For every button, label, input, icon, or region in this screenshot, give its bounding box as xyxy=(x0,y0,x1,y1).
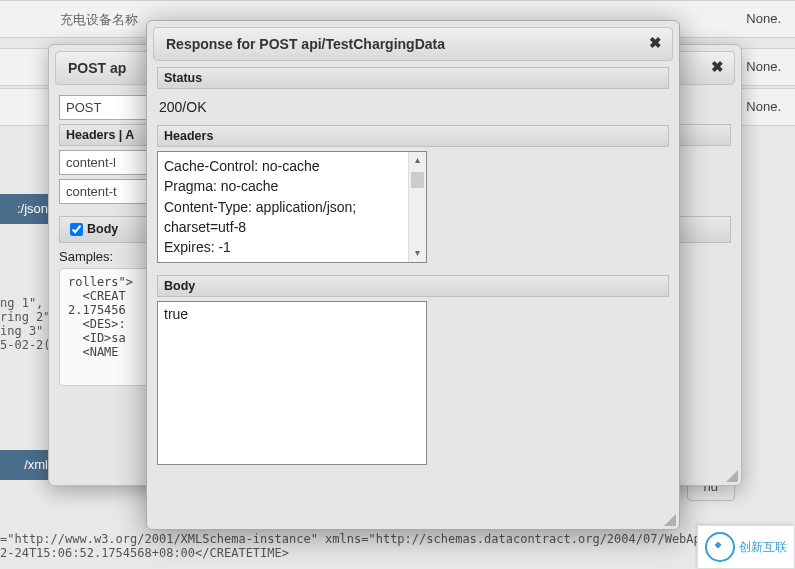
dialog1-close-icon[interactable]: ✖ xyxy=(708,58,726,76)
tab-xml[interactable]: /xml xyxy=(0,450,54,480)
response-body-text: true xyxy=(164,306,188,322)
sample-text: rollers"> <CREAT 2.175456 <DES>: <ID>sa … xyxy=(68,275,133,359)
scroll-thumb[interactable] xyxy=(411,172,424,188)
bg-none-3: None. xyxy=(746,99,781,114)
bg-field-label: 充电设备名称 xyxy=(60,11,138,29)
dialog2-resize-handle[interactable] xyxy=(662,512,676,526)
bg-code-bottom: ="http://www.w3.org/2001/XMLSchema-insta… xyxy=(0,532,795,560)
status-text: 200/OK xyxy=(157,93,669,121)
scroll-up-icon[interactable]: ▴ xyxy=(409,152,426,169)
response-body-box[interactable]: true xyxy=(157,301,427,465)
dialog-response: Response for POST api/TestChargingData ✖… xyxy=(146,20,680,530)
watermark-logo-icon xyxy=(705,532,735,562)
response-headers-box[interactable]: Cache-Control: no-cache Pragma: no-cache… xyxy=(157,151,427,263)
scroll-down-icon[interactable]: ▾ xyxy=(409,245,426,262)
status-header: Status xyxy=(157,67,669,89)
watermark-text: 创新互联 xyxy=(739,539,787,556)
scrollbar[interactable]: ▴ ▾ xyxy=(408,152,426,262)
response-headers-header: Headers xyxy=(157,125,669,147)
watermark: 创新互联 xyxy=(697,525,795,569)
dialog2-close-icon[interactable]: ✖ xyxy=(646,34,664,52)
body-checkbox[interactable] xyxy=(70,223,83,236)
dialog2-titlebar[interactable]: Response for POST api/TestChargingData ✖ xyxy=(153,27,673,61)
dialog1-resize-handle[interactable] xyxy=(724,468,738,482)
sample-box: rollers"> <CREAT 2.175456 <DES>: <ID>sa … xyxy=(59,268,157,386)
bg-none-1: None. xyxy=(746,11,781,26)
response-body-header: Body xyxy=(157,275,669,297)
body-section-label: Body xyxy=(87,222,118,236)
bg-none-2: None. xyxy=(746,59,781,74)
tab-json[interactable]: :/json xyxy=(0,194,54,224)
response-headers-text: Cache-Control: no-cache Pragma: no-cache… xyxy=(158,152,426,261)
dialog1-title: POST ap xyxy=(68,60,126,76)
dialog2-title: Response for POST api/TestChargingData xyxy=(166,36,445,52)
